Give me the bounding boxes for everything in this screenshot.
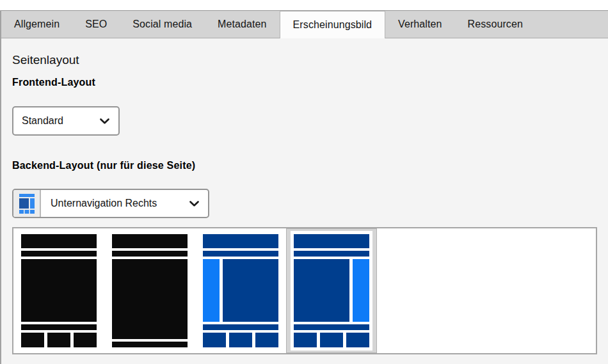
thumb-middle-row — [203, 259, 278, 322]
thumb-header-bar — [203, 234, 278, 248]
backend-layout-value: Unternavigation Rechts — [51, 198, 157, 209]
thumb-main-area — [21, 259, 97, 322]
thumb-footer-cells — [21, 333, 97, 347]
chevron-down-icon — [189, 200, 200, 207]
chevron-down-icon — [99, 118, 110, 125]
frontend-layout-select[interactable]: Standard — [12, 106, 120, 136]
thumb-subheader-bar — [21, 251, 97, 257]
thumb-footer-cell — [74, 333, 97, 347]
layout-option-layout-3[interactable] — [195, 228, 286, 353]
page-properties-form: AllgemeinSEOSocial mediaMetadatenErschei… — [0, 10, 608, 364]
thumb-main-area — [294, 259, 349, 322]
frontend-layout-value: Standard — [22, 115, 63, 127]
thumb-footer-bar — [294, 324, 369, 330]
layout-option-layout-4[interactable] — [286, 228, 377, 353]
thumb-header-bar — [294, 234, 369, 248]
thumb-footer-cell — [21, 333, 44, 347]
backend-layout-select[interactable]: Unternavigation Rechts — [41, 190, 208, 217]
tab-social-media[interactable]: Social media — [120, 11, 205, 38]
thumb-footer-cell — [320, 333, 343, 347]
tab-seo[interactable]: SEO — [72, 11, 120, 38]
thumb-footer-cell — [47, 333, 70, 347]
thumb-footer-cells — [294, 333, 369, 347]
frontend-layout-label: Frontend-Layout — [12, 77, 608, 88]
section-title: Seitenlayout — [12, 38, 608, 67]
layout-option-layout-1[interactable] — [13, 228, 104, 353]
appearance-panel: Seitenlayout Frontend-Layout Standard Ba… — [1, 38, 608, 364]
thumb-footer-cells — [203, 333, 278, 347]
backend-layout-label: Backend-Layout (nur für diese Seite) — [12, 160, 608, 171]
thumb-middle-row — [112, 259, 188, 339]
thumb-main-area — [112, 259, 188, 339]
thumb-footer-cell — [255, 333, 278, 347]
thumb-header-bar — [112, 234, 188, 248]
layout-option-layout-2[interactable] — [104, 228, 195, 353]
backend-layout-addon — [13, 190, 41, 217]
tab-ressourcen[interactable]: Ressourcen — [455, 11, 536, 38]
thumb-footer-cell — [229, 333, 252, 347]
thumb-middle-row — [294, 259, 369, 322]
tab-erscheinungsbild[interactable]: Erscheinungsbild — [280, 11, 385, 38]
selected-highlight — [291, 231, 372, 351]
thumb-subheader-bar — [112, 251, 188, 257]
layout-subnav-right-icon — [19, 194, 35, 214]
layout-thumbnail — [21, 234, 97, 347]
tab-metadaten[interactable]: Metadaten — [205, 11, 280, 38]
tab-allgemein[interactable]: Allgemein — [1, 11, 72, 38]
layout-thumbnail — [203, 234, 278, 347]
backend-layout-gallery — [12, 227, 597, 354]
layout-thumbnail — [112, 234, 188, 347]
thumb-footer-cell — [203, 333, 226, 347]
backend-layout-group: Unternavigation Rechts — [12, 189, 209, 218]
thumb-nav-column — [353, 259, 369, 322]
thumb-header-bar — [21, 234, 97, 248]
tab-verhalten[interactable]: Verhalten — [385, 11, 455, 38]
thumb-nav-column — [203, 259, 220, 322]
thumb-subheader-bar — [294, 251, 369, 257]
thumb-footer-bar — [112, 342, 188, 347]
thumb-footer-bar — [21, 324, 97, 330]
layout-thumbnail — [294, 234, 369, 347]
thumb-footer-cell — [294, 333, 317, 347]
thumb-subheader-bar — [203, 251, 278, 257]
tab-bar: AllgemeinSEOSocial mediaMetadatenErschei… — [1, 10, 608, 38]
thumb-middle-row — [21, 259, 97, 322]
thumb-footer-cell — [346, 333, 369, 347]
thumb-main-area — [223, 259, 278, 322]
thumb-footer-bar — [203, 324, 278, 330]
